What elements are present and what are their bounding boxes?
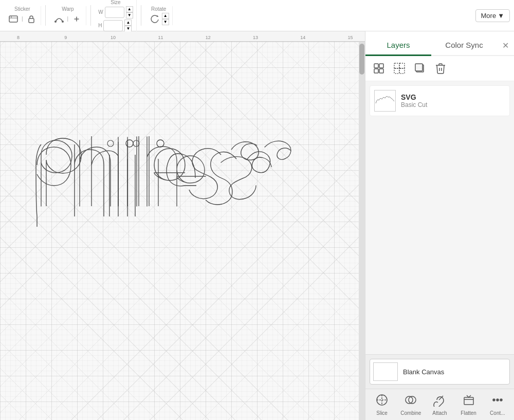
duplicate-layer-button[interactable] (412, 60, 428, 77)
panel-toolbar (365, 56, 514, 81)
warp-arrow-icon[interactable] (70, 13, 83, 25)
slice-button[interactable]: Slice (371, 393, 393, 416)
cont-icon (491, 393, 504, 409)
combine-icon (404, 393, 417, 409)
layer-info: SVG Basic Cut (401, 93, 427, 108)
rotate-group: Rotate ▲ ▼ (145, 6, 173, 25)
svg-point-6 (107, 140, 114, 147)
ruler-mark-10: 10 (111, 35, 116, 40)
combine-button[interactable]: Combine (399, 393, 422, 416)
flatten-label: Flatten (461, 410, 476, 416)
height-input[interactable] (103, 20, 123, 31)
width-input[interactable] (105, 7, 124, 18)
ruler-mark-12: 12 (206, 35, 211, 40)
more-label: More (481, 12, 497, 20)
canvas-grid[interactable] (0, 42, 359, 420)
main-area: 8 9 10 11 12 13 14 15 (0, 31, 514, 420)
layer-subname: Basic Cut (401, 101, 427, 108)
ruler-mark-14: 14 (300, 35, 305, 40)
svg-rect-0 (9, 16, 17, 22)
sep3 (141, 5, 141, 26)
more-button[interactable]: More ▼ (475, 9, 510, 22)
ruler-mark-11: 11 (158, 35, 163, 40)
vertical-scrollbar[interactable] (359, 42, 365, 420)
ruler-mark-15: 15 (348, 35, 353, 40)
svg-rect-13 (379, 69, 383, 73)
rotate-up[interactable]: ▲ (162, 13, 169, 19)
svg-point-7 (133, 140, 139, 147)
more-arrow-icon: ▼ (498, 12, 504, 20)
svg-rect-17 (399, 68, 405, 74)
svg-point-8 (126, 140, 133, 147)
ungroup-layers-button[interactable] (391, 60, 408, 77)
top-toolbar: Sticker | Warp | Size (0, 0, 514, 31)
attach-button[interactable]: Attach (428, 393, 451, 416)
sep1 (45, 5, 46, 26)
svg-point-9 (157, 140, 164, 147)
svg-rect-15 (399, 63, 405, 68)
blank-canvas-area: Blank Canvas (365, 354, 514, 389)
svg-rect-25 (464, 397, 473, 405)
lock-icon[interactable] (25, 13, 38, 25)
svg-point-26 (493, 399, 495, 401)
attach-label: Attach (432, 410, 447, 416)
width-down[interactable]: ▼ (126, 12, 133, 19)
blank-canvas-item[interactable]: Blank Canvas (370, 359, 510, 385)
width-up[interactable]: ▲ (126, 6, 133, 12)
right-panel: Layers Color Sync ✕ (365, 31, 514, 420)
scrollbar-thumb[interactable] (359, 44, 364, 75)
combine-label: Combine (400, 410, 421, 416)
panel-actions: Slice Combine Attach Flatten (365, 389, 514, 420)
ruler-mark-13: 13 (253, 35, 258, 40)
blank-canvas-label: Blank Canvas (403, 368, 444, 376)
sticker-icon[interactable] (7, 13, 20, 25)
sticker-group: Sticker | (4, 6, 41, 25)
flatten-icon (462, 393, 475, 409)
rotate-icon[interactable] (149, 13, 161, 25)
svg-rect-12 (374, 69, 378, 73)
svg-point-4 (54, 21, 57, 23)
height-down[interactable]: ▼ (124, 26, 132, 32)
ruler-horizontal: 8 9 10 11 12 13 14 15 (0, 31, 365, 42)
svg-rect-16 (394, 68, 399, 74)
svg-point-28 (500, 399, 502, 401)
svg-rect-19 (415, 64, 423, 71)
size-group: Size W ▲ ▼ H ▲ ▼ (95, 0, 136, 32)
layer-thumbnail (374, 90, 396, 112)
svg-point-27 (497, 399, 499, 401)
tab-colorsync[interactable]: Color Sync (431, 35, 497, 56)
ruler-mark-8: 8 (17, 35, 20, 40)
canvas-area: 8 9 10 11 12 13 14 15 (0, 31, 365, 420)
group-layers-button[interactable] (371, 60, 387, 77)
layer-item-svg[interactable]: SVG Basic Cut (370, 85, 510, 116)
svg-rect-3 (29, 19, 34, 23)
warp-label: Warp (62, 6, 74, 12)
ruler-mark-9: 9 (64, 35, 67, 40)
blank-canvas-thumbnail (373, 362, 398, 381)
flatten-button[interactable]: Flatten (457, 393, 480, 416)
svg-rect-14 (394, 63, 399, 68)
warp-icon[interactable] (53, 13, 65, 25)
height-up[interactable]: ▲ (124, 20, 132, 26)
attach-icon (433, 393, 446, 409)
warp-group: Warp | (50, 6, 87, 25)
sep2 (90, 5, 91, 26)
svg-rect-10 (374, 64, 378, 68)
rotate-label: Rotate (151, 6, 166, 12)
slice-icon (375, 393, 389, 409)
cont-button[interactable]: Cont... (486, 393, 509, 416)
delete-layer-button[interactable] (432, 60, 449, 77)
tab-layers[interactable]: Layers (365, 35, 431, 56)
rotate-down[interactable]: ▼ (162, 19, 169, 25)
svg-rect-11 (379, 64, 383, 68)
close-panel-button[interactable]: ✕ (497, 36, 514, 54)
slice-label: Slice (376, 410, 388, 416)
cont-label: Cont... (490, 410, 505, 416)
layer-name: SVG (401, 93, 427, 101)
size-label: Size (111, 0, 120, 5)
panel-tabs: Layers Color Sync ✕ (365, 31, 514, 56)
svg-point-5 (62, 21, 64, 23)
sticker-label: Sticker (14, 6, 30, 12)
phillies-design[interactable] (26, 108, 344, 237)
layers-content: SVG Basic Cut (365, 81, 514, 354)
